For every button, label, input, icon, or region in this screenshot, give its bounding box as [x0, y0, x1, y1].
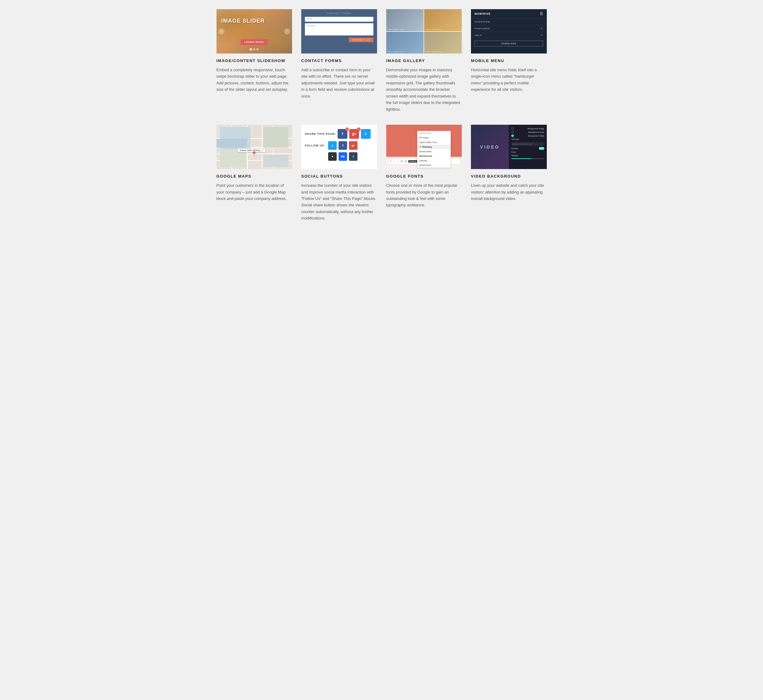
video-option-overlay: Overlay — [511, 147, 544, 150]
contact-name-input[interactable]: Name* — [305, 17, 373, 22]
mm-nav-overview[interactable]: OVERVIEW — [471, 19, 547, 25]
video-radio-bg-image[interactable] — [511, 127, 514, 130]
feature-row-2: Empire State Building × 📍 GOOGLE MAPS Po… — [216, 125, 547, 222]
video-radio-bg-color[interactable] — [511, 131, 514, 133]
video-option-color: Color — [511, 151, 544, 153]
slider-preview-title: IMAGE SLIDER — [221, 18, 265, 24]
card-title-maps: GOOGLE MAPS — [216, 174, 292, 178]
map-block-2 — [263, 127, 288, 148]
font-option-montserrat[interactable]: Montserrat — [417, 154, 450, 158]
follow-twitter-btn[interactable]: t — [328, 141, 337, 150]
gallery-cell-3[interactable]: Type caption here — [386, 32, 424, 54]
mm-nav-help[interactable]: HELP ▼ — [471, 32, 547, 39]
gplus-sm-icon: g+ — [352, 144, 355, 147]
gallery-cell-inner-2: Type caption here — [424, 9, 462, 31]
slider-learn-more-btn[interactable]: LEARN MORE — [241, 39, 268, 45]
card-image-gallery: Type caption here Type caption here Type… — [386, 9, 462, 112]
card-google-maps: Empire State Building × 📍 GOOGLE MAPS Po… — [216, 125, 292, 222]
follow-tumblr-btn[interactable]: t — [349, 152, 357, 161]
font-option-raleway[interactable]: ✓ Raleway — [417, 145, 450, 149]
mm-logo: MOBIRISE — [475, 12, 491, 15]
mm-nav-label-features: FEATURES — [475, 27, 490, 30]
toolbar-icon-3[interactable]: ⋮ — [396, 160, 400, 162]
video-opacity-slider[interactable] — [511, 158, 544, 159]
card-title-video: VIDEO BACKGROUND — [471, 174, 547, 178]
follow-row: FOLLOW US t f g+ — [305, 141, 373, 150]
video-right-panel: Background Image Background Color Backgr… — [509, 125, 547, 169]
gallery-cell-2[interactable]: Type caption here — [424, 9, 462, 31]
share-facebook-btn[interactable]: f 192 — [338, 129, 348, 139]
maps-preview: Empire State Building × 📍 — [216, 125, 292, 169]
mm-nav-label-help: HELP — [475, 34, 482, 37]
twitter-sm-icon: t — [332, 144, 333, 147]
toolbar-icon-5[interactable]: 🔗 — [404, 160, 407, 162]
video-left-panel: VIDEO — [471, 125, 509, 169]
map-pin-icon: 📍 — [251, 151, 257, 157]
slider-dots — [250, 48, 259, 50]
follow-facebook-btn[interactable]: f — [338, 141, 347, 150]
card-desc-mobile-menu: Horizontal site menu folds itself into a… — [471, 67, 547, 93]
card-desc-contact: Add a subscribe or contact form to your … — [301, 67, 377, 99]
video-option-bg-color: Background Color — [511, 131, 544, 133]
social-visual: SHARE THIS PAGE! f 192 g+ 47 t — [301, 125, 377, 169]
follow-gplus-btn[interactable]: g+ — [349, 141, 357, 150]
social-preview: SHARE THIS PAGE! f 192 g+ 47 t — [301, 125, 377, 169]
twitter-icon: t — [365, 132, 367, 136]
font-option-open-sans[interactable]: Open Sans Con... — [417, 140, 450, 145]
behance-icon: Bǝ — [341, 155, 345, 158]
toolbar-icon-4[interactable]: ☰ — [400, 160, 403, 162]
video-url-placeholder: http://www.youtube.com/watc — [512, 143, 532, 145]
follow-github-btn[interactable]: ● — [328, 152, 337, 161]
slider-next-arrow[interactable]: › — [284, 28, 290, 34]
share-twitter-btn[interactable]: t — [361, 129, 371, 139]
share-label: SHARE THIS PAGE! — [305, 132, 336, 135]
video-toggle-overlay[interactable] — [539, 147, 544, 150]
fonts-dropdown[interactable]: Source-Seri... PT Sans Open Sans Con... … — [417, 131, 451, 168]
font-option-droid-sans[interactable]: Droid Sans — [417, 149, 450, 154]
toolbar-icon-2[interactable]: □ — [393, 161, 395, 162]
slider-preview-image: IMAGE SLIDER LEARN MORE ‹ › — [216, 9, 292, 53]
video-label-color: Color — [511, 151, 516, 153]
font-option-ubuntu[interactable]: Ubuntu — [417, 158, 450, 163]
card-google-fonts: Source-Seri... PT Sans Open Sans Con... … — [386, 125, 462, 222]
slider-preview: IMAGE SLIDER LEARN MORE ‹ › — [216, 9, 292, 53]
gallery-cell-4[interactable]: Type caption here — [424, 32, 462, 54]
mm-header: MOBIRISE ☰ — [471, 9, 547, 19]
video-radio-bg-video[interactable] — [511, 134, 514, 137]
mm-nav-arrow-help: ▼ — [541, 34, 543, 37]
facebook-icon: f — [342, 132, 343, 136]
map-water — [216, 139, 247, 148]
card-title-gallery: IMAGE GALLERY — [386, 58, 462, 63]
gallery-caption-1: Type caption here — [387, 28, 404, 30]
card-video-background: VIDEO Background Image Background Color — [471, 125, 547, 222]
map-visual: Empire State Building × 📍 — [216, 125, 292, 169]
toolbar-icon-1[interactable]: ✎ — [389, 160, 392, 162]
font-option-pt-sans[interactable]: PT Sans — [417, 135, 450, 140]
video-url-input[interactable]: http://www.youtube.com/watc — [511, 142, 544, 146]
gallery-cell-inner-1: Type caption here — [386, 9, 424, 31]
video-label-text: VIDEO — [480, 145, 500, 150]
hamburger-icon[interactable]: ☰ — [540, 12, 543, 16]
contact-name-placeholder: Name* — [307, 18, 313, 20]
font-option-droid-serif[interactable]: Droid Serif — [417, 163, 450, 167]
font-name-badge[interactable]: Raleway — [408, 160, 418, 162]
card-title-fonts: GOOGLE FONTS — [386, 174, 462, 178]
slider-dot-3[interactable] — [257, 48, 259, 50]
video-label-bg-color: Background Color — [528, 131, 544, 133]
fonts-dropdown-header: Source-Seri... — [417, 131, 450, 135]
slider-dot-2[interactable] — [253, 48, 255, 50]
follow-behance-btn[interactable]: Bǝ — [338, 152, 347, 161]
card-desc-social: Increase the number of your site visitor… — [301, 182, 377, 222]
gallery-grid: Type caption here Type caption here Type… — [386, 9, 462, 53]
mm-download-btn[interactable]: DOWNLOAD — [475, 41, 543, 47]
card-title-mobile-menu: MOBILE MENU — [471, 58, 547, 63]
contact-message-textarea[interactable]: Message — [305, 23, 373, 36]
contact-submit-btn[interactable]: CONTACT US — [349, 38, 373, 42]
mm-nav-features[interactable]: FEATURES ▼ — [471, 25, 547, 32]
slider-prev-arrow[interactable]: ‹ — [218, 28, 224, 34]
share-gplus-btn[interactable]: g+ 47 — [349, 129, 359, 139]
gallery-cell-1[interactable]: Type caption here — [386, 9, 424, 31]
map-block-4 — [263, 155, 288, 167]
video-option-opacity: Opacity — [511, 155, 544, 156]
slider-dot-1[interactable] — [250, 48, 252, 50]
